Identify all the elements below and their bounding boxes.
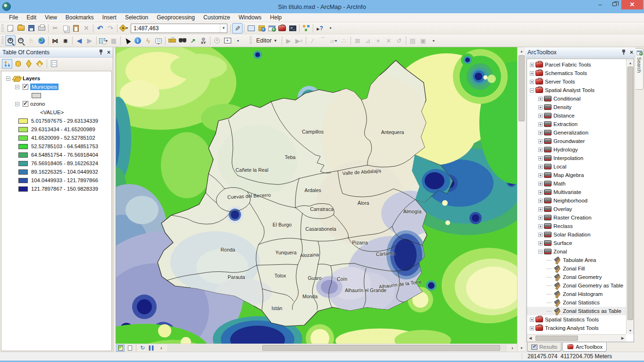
legend-class-row[interactable]: 76.56918405 - 89.16226324: [1, 159, 111, 168]
toolset-distance[interactable]: +Distance: [527, 111, 626, 120]
scrollbar-thumb[interactable]: [262, 345, 500, 351]
toolset-zonal[interactable]: −Zonal: [527, 247, 626, 256]
toolbox-spatial-statistics-tools[interactable]: +Spatial Statistics Tools: [527, 315, 626, 324]
toolbar-overflow-button[interactable]: ▾: [233, 35, 243, 46]
toolset-overlay[interactable]: +Overlay: [527, 205, 626, 213]
attributes-button[interactable]: ▤: [408, 35, 418, 46]
copy-button[interactable]: [60, 23, 71, 34]
expand-icon[interactable]: +: [538, 241, 543, 245]
find-button[interactable]: [177, 35, 188, 46]
new-document-button[interactable]: [5, 23, 16, 34]
expand-icon[interactable]: +: [530, 80, 534, 84]
collapse-icon[interactable]: −: [530, 88, 534, 93]
legend-class-row[interactable]: 64.54851754 - 76.56918404: [1, 151, 111, 159]
pin-icon[interactable]: [99, 49, 103, 55]
open-document-button[interactable]: [16, 23, 26, 34]
legend-swatch[interactable]: [18, 127, 28, 132]
layout-view-button[interactable]: [125, 345, 134, 352]
toolbar-grip[interactable]: [1, 24, 4, 33]
delete-button[interactable]: ✕: [81, 23, 92, 34]
refresh-view-button[interactable]: ↻: [138, 345, 147, 352]
layer-checkbox[interactable]: [23, 101, 28, 107]
edit-annotation-tool-button[interactable]: ▶A: [294, 35, 304, 46]
menu-item-bookmarks[interactable]: Bookmarks: [61, 14, 98, 21]
expand-icon[interactable]: +: [538, 216, 543, 220]
expand-icon[interactable]: +: [538, 165, 543, 169]
create-viewer-window-button[interactable]: +: [222, 35, 233, 46]
clear-selection-button[interactable]: ▦: [109, 35, 119, 46]
expand-icon[interactable]: +: [538, 182, 543, 186]
close-button[interactable]: ✕: [621, 0, 643, 9]
save-button[interactable]: [26, 23, 36, 34]
expand-icon[interactable]: +: [538, 114, 543, 118]
reshape-feature-button[interactable]: ⊠: [352, 35, 363, 46]
scroll-down-icon[interactable]: ▼: [627, 327, 634, 334]
pause-drawing-button[interactable]: ▌▌: [148, 345, 156, 352]
toolset-extraction[interactable]: +Extraction: [527, 120, 626, 128]
expand-icon[interactable]: +: [538, 139, 543, 143]
toolset-map-algebra[interactable]: +Map Algebra: [527, 171, 626, 179]
toolset-raster-creation[interactable]: +Raster Creation: [527, 213, 626, 222]
add-data-button[interactable]: ▾: [119, 23, 129, 34]
map-scale-combo[interactable]: 1:487,463 ▼: [131, 24, 227, 33]
select-elements-button[interactable]: [122, 35, 133, 46]
expand-icon[interactable]: +: [530, 71, 534, 76]
modelbuilder-button[interactable]: [301, 23, 311, 34]
tool-tabulate-area[interactable]: Tabulate Area: [527, 256, 626, 264]
list-by-visibility-button[interactable]: [24, 59, 34, 68]
print-button[interactable]: [36, 23, 47, 34]
toolset-interpolation[interactable]: +Interpolation: [527, 154, 626, 162]
toolset-solar-radiation[interactable]: +Solar Radiation: [527, 230, 626, 239]
pin-icon[interactable]: [621, 49, 626, 55]
data-view-button[interactable]: [116, 345, 125, 352]
layer-row-ozono[interactable]: − ozono: [1, 100, 111, 108]
expand-icon[interactable]: +: [538, 190, 543, 194]
layer-row-municipios[interactable]: − Municipios: [1, 83, 111, 91]
expand-icon[interactable]: +: [538, 148, 543, 152]
toolbox-parcel-fabric-tools[interactable]: +Parcel Fabric Tools: [527, 60, 626, 69]
toolset-hydrology[interactable]: +Hydrology: [527, 145, 626, 154]
previous-extent-button[interactable]: ‹: [157, 345, 166, 352]
expand-icon[interactable]: +: [538, 199, 543, 203]
layer-label-municipios[interactable]: Municipios: [30, 84, 59, 90]
toolset-local[interactable]: +Local: [527, 162, 626, 171]
close-icon[interactable]: ×: [107, 49, 110, 56]
toolset-groundwater[interactable]: +Groundwater: [527, 137, 626, 145]
legend-class-row[interactable]: 121.7897867 - 150.9828339: [1, 185, 111, 193]
collapse-icon[interactable]: −: [15, 102, 19, 106]
municipios-symbol-row[interactable]: [1, 91, 111, 100]
list-by-selection-button[interactable]: [34, 59, 45, 68]
scroll-down-icon[interactable]: ▼: [518, 344, 526, 352]
scroll-left-icon[interactable]: ◀: [527, 336, 532, 340]
rotate-tool-button[interactable]: ↺: [394, 35, 404, 46]
menu-item-geoprocessing[interactable]: Geoprocessing: [152, 14, 199, 21]
expand-icon[interactable]: +: [538, 156, 543, 160]
toolset-surface[interactable]: +Surface: [527, 239, 626, 247]
toolbox-schematics-tools[interactable]: +Schematics Tools: [527, 69, 626, 77]
expand-icon[interactable]: +: [538, 224, 543, 228]
legend-swatch[interactable]: [18, 118, 28, 124]
layer-checkbox[interactable]: [23, 84, 28, 90]
map-horizontal-scrollbar[interactable]: [167, 345, 507, 352]
select-features-button[interactable]: ▾: [98, 35, 109, 46]
menu-item-file[interactable]: File: [5, 14, 22, 21]
toc-options-button[interactable]: [49, 59, 59, 68]
expand-icon[interactable]: +: [538, 233, 543, 237]
split-tool-button[interactable]: ✕: [384, 35, 394, 46]
edit-vertices-button[interactable]: ∴: [339, 35, 349, 46]
arctoolbox-button[interactable]: [277, 23, 287, 34]
catalog-button[interactable]: [256, 23, 267, 34]
menu-item-selection[interactable]: Selection: [121, 14, 152, 21]
toolset-math[interactable]: +Math: [527, 179, 626, 188]
pan-button[interactable]: ☞: [26, 35, 36, 46]
time-slider-button[interactable]: [212, 35, 222, 46]
tool-zonal-geometry-as-table[interactable]: Zonal Geometry as Table: [527, 281, 626, 290]
expand-icon[interactable]: +: [530, 63, 534, 67]
layers-group-row[interactable]: − Layers: [1, 74, 111, 83]
menu-item-customize[interactable]: Customize: [199, 14, 234, 21]
edit-tool-button[interactable]: ▶: [284, 35, 294, 46]
tool-zonal-statistics[interactable]: Zonal Statistics: [527, 298, 626, 307]
expand-icon[interactable]: +: [538, 105, 543, 109]
expand-icon[interactable]: +: [538, 173, 543, 177]
scroll-up-icon[interactable]: ▲: [518, 47, 526, 55]
